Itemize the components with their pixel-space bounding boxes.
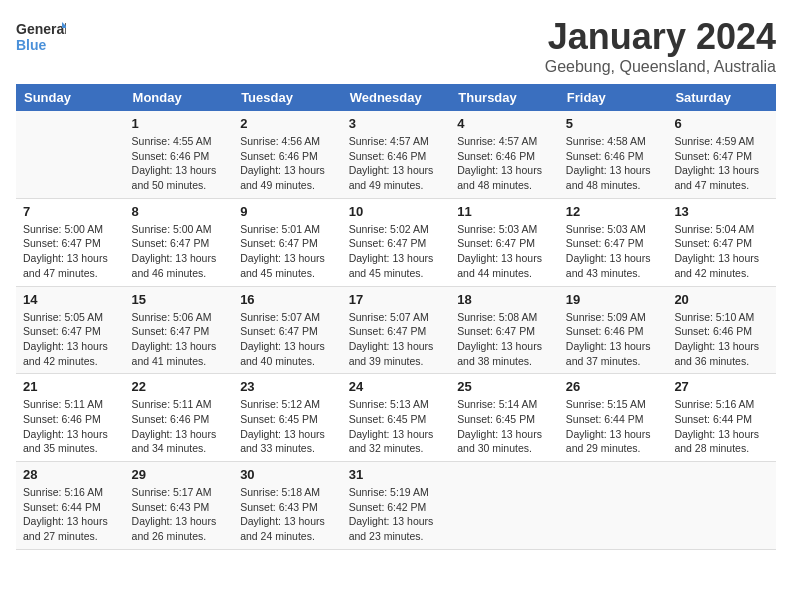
calendar-cell: 31Sunrise: 5:19 AMSunset: 6:42 PMDayligh… xyxy=(342,462,451,550)
day-info: Sunrise: 5:00 AMSunset: 6:47 PMDaylight:… xyxy=(23,222,118,281)
day-info: Sunrise: 5:18 AMSunset: 6:43 PMDaylight:… xyxy=(240,485,335,544)
calendar-cell: 18Sunrise: 5:08 AMSunset: 6:47 PMDayligh… xyxy=(450,286,559,374)
day-info: Sunrise: 5:05 AMSunset: 6:47 PMDaylight:… xyxy=(23,310,118,369)
day-number: 11 xyxy=(457,204,552,219)
day-info: Sunrise: 5:08 AMSunset: 6:47 PMDaylight:… xyxy=(457,310,552,369)
day-info: Sunrise: 5:15 AMSunset: 6:44 PMDaylight:… xyxy=(566,397,661,456)
day-info: Sunrise: 5:07 AMSunset: 6:47 PMDaylight:… xyxy=(240,310,335,369)
day-info: Sunrise: 5:11 AMSunset: 6:46 PMDaylight:… xyxy=(23,397,118,456)
calendar-cell: 28Sunrise: 5:16 AMSunset: 6:44 PMDayligh… xyxy=(16,462,125,550)
calendar-cell: 10Sunrise: 5:02 AMSunset: 6:47 PMDayligh… xyxy=(342,198,451,286)
calendar-cell: 9Sunrise: 5:01 AMSunset: 6:47 PMDaylight… xyxy=(233,198,342,286)
day-info: Sunrise: 5:13 AMSunset: 6:45 PMDaylight:… xyxy=(349,397,444,456)
day-info: Sunrise: 5:10 AMSunset: 6:46 PMDaylight:… xyxy=(674,310,769,369)
weekday-header: Thursday xyxy=(450,84,559,111)
day-number: 20 xyxy=(674,292,769,307)
location-subtitle: Geebung, Queensland, Australia xyxy=(545,58,776,76)
day-number: 27 xyxy=(674,379,769,394)
day-info: Sunrise: 4:58 AMSunset: 6:46 PMDaylight:… xyxy=(566,134,661,193)
calendar-cell: 24Sunrise: 5:13 AMSunset: 6:45 PMDayligh… xyxy=(342,374,451,462)
day-number: 17 xyxy=(349,292,444,307)
calendar-cell: 1Sunrise: 4:55 AMSunset: 6:46 PMDaylight… xyxy=(125,111,234,198)
month-title: January 2024 xyxy=(545,16,776,58)
calendar-cell: 17Sunrise: 5:07 AMSunset: 6:47 PMDayligh… xyxy=(342,286,451,374)
day-info: Sunrise: 4:59 AMSunset: 6:47 PMDaylight:… xyxy=(674,134,769,193)
weekday-header: Monday xyxy=(125,84,234,111)
day-number: 5 xyxy=(566,116,661,131)
calendar-cell: 19Sunrise: 5:09 AMSunset: 6:46 PMDayligh… xyxy=(559,286,668,374)
calendar-cell: 5Sunrise: 4:58 AMSunset: 6:46 PMDaylight… xyxy=(559,111,668,198)
calendar-cell: 21Sunrise: 5:11 AMSunset: 6:46 PMDayligh… xyxy=(16,374,125,462)
calendar-cell: 23Sunrise: 5:12 AMSunset: 6:45 PMDayligh… xyxy=(233,374,342,462)
calendar-cell: 13Sunrise: 5:04 AMSunset: 6:47 PMDayligh… xyxy=(667,198,776,286)
day-number: 24 xyxy=(349,379,444,394)
day-info: Sunrise: 5:17 AMSunset: 6:43 PMDaylight:… xyxy=(132,485,227,544)
logo: General Blue xyxy=(16,16,66,56)
svg-text:Blue: Blue xyxy=(16,37,47,53)
calendar-cell xyxy=(450,462,559,550)
title-block: January 2024 Geebung, Queensland, Austra… xyxy=(545,16,776,76)
svg-text:General: General xyxy=(16,21,66,37)
day-number: 15 xyxy=(132,292,227,307)
day-number: 8 xyxy=(132,204,227,219)
calendar-cell: 7Sunrise: 5:00 AMSunset: 6:47 PMDaylight… xyxy=(16,198,125,286)
day-number: 18 xyxy=(457,292,552,307)
day-number: 21 xyxy=(23,379,118,394)
day-info: Sunrise: 5:01 AMSunset: 6:47 PMDaylight:… xyxy=(240,222,335,281)
calendar-cell: 25Sunrise: 5:14 AMSunset: 6:45 PMDayligh… xyxy=(450,374,559,462)
calendar-week-row: 1Sunrise: 4:55 AMSunset: 6:46 PMDaylight… xyxy=(16,111,776,198)
day-number: 12 xyxy=(566,204,661,219)
calendar-cell: 4Sunrise: 4:57 AMSunset: 6:46 PMDaylight… xyxy=(450,111,559,198)
calendar-table: SundayMondayTuesdayWednesdayThursdayFrid… xyxy=(16,84,776,550)
day-number: 29 xyxy=(132,467,227,482)
day-number: 30 xyxy=(240,467,335,482)
weekday-header: Sunday xyxy=(16,84,125,111)
calendar-cell: 30Sunrise: 5:18 AMSunset: 6:43 PMDayligh… xyxy=(233,462,342,550)
weekday-header: Friday xyxy=(559,84,668,111)
weekday-header: Wednesday xyxy=(342,84,451,111)
calendar-cell: 16Sunrise: 5:07 AMSunset: 6:47 PMDayligh… xyxy=(233,286,342,374)
day-info: Sunrise: 5:00 AMSunset: 6:47 PMDaylight:… xyxy=(132,222,227,281)
day-number: 14 xyxy=(23,292,118,307)
calendar-cell: 27Sunrise: 5:16 AMSunset: 6:44 PMDayligh… xyxy=(667,374,776,462)
day-info: Sunrise: 5:02 AMSunset: 6:47 PMDaylight:… xyxy=(349,222,444,281)
day-number: 6 xyxy=(674,116,769,131)
day-info: Sunrise: 5:14 AMSunset: 6:45 PMDaylight:… xyxy=(457,397,552,456)
day-number: 13 xyxy=(674,204,769,219)
calendar-cell: 20Sunrise: 5:10 AMSunset: 6:46 PMDayligh… xyxy=(667,286,776,374)
day-info: Sunrise: 5:03 AMSunset: 6:47 PMDaylight:… xyxy=(457,222,552,281)
calendar-cell: 12Sunrise: 5:03 AMSunset: 6:47 PMDayligh… xyxy=(559,198,668,286)
day-info: Sunrise: 5:03 AMSunset: 6:47 PMDaylight:… xyxy=(566,222,661,281)
day-number: 31 xyxy=(349,467,444,482)
day-info: Sunrise: 4:56 AMSunset: 6:46 PMDaylight:… xyxy=(240,134,335,193)
calendar-cell xyxy=(667,462,776,550)
calendar-cell: 3Sunrise: 4:57 AMSunset: 6:46 PMDaylight… xyxy=(342,111,451,198)
day-number: 16 xyxy=(240,292,335,307)
logo-svg: General Blue xyxy=(16,16,66,56)
day-number: 22 xyxy=(132,379,227,394)
day-info: Sunrise: 4:55 AMSunset: 6:46 PMDaylight:… xyxy=(132,134,227,193)
day-number: 7 xyxy=(23,204,118,219)
weekday-header: Tuesday xyxy=(233,84,342,111)
calendar-cell: 6Sunrise: 4:59 AMSunset: 6:47 PMDaylight… xyxy=(667,111,776,198)
day-number: 25 xyxy=(457,379,552,394)
weekday-header-row: SundayMondayTuesdayWednesdayThursdayFrid… xyxy=(16,84,776,111)
day-info: Sunrise: 5:07 AMSunset: 6:47 PMDaylight:… xyxy=(349,310,444,369)
day-info: Sunrise: 5:12 AMSunset: 6:45 PMDaylight:… xyxy=(240,397,335,456)
day-number: 23 xyxy=(240,379,335,394)
day-info: Sunrise: 5:16 AMSunset: 6:44 PMDaylight:… xyxy=(23,485,118,544)
calendar-week-row: 21Sunrise: 5:11 AMSunset: 6:46 PMDayligh… xyxy=(16,374,776,462)
page-header: General Blue January 2024 Geebung, Queen… xyxy=(16,16,776,76)
day-number: 26 xyxy=(566,379,661,394)
calendar-cell: 8Sunrise: 5:00 AMSunset: 6:47 PMDaylight… xyxy=(125,198,234,286)
calendar-cell xyxy=(559,462,668,550)
day-number: 19 xyxy=(566,292,661,307)
calendar-cell: 15Sunrise: 5:06 AMSunset: 6:47 PMDayligh… xyxy=(125,286,234,374)
calendar-week-row: 7Sunrise: 5:00 AMSunset: 6:47 PMDaylight… xyxy=(16,198,776,286)
day-number: 2 xyxy=(240,116,335,131)
calendar-cell: 22Sunrise: 5:11 AMSunset: 6:46 PMDayligh… xyxy=(125,374,234,462)
calendar-cell: 26Sunrise: 5:15 AMSunset: 6:44 PMDayligh… xyxy=(559,374,668,462)
day-info: Sunrise: 4:57 AMSunset: 6:46 PMDaylight:… xyxy=(349,134,444,193)
day-info: Sunrise: 5:06 AMSunset: 6:47 PMDaylight:… xyxy=(132,310,227,369)
day-info: Sunrise: 5:09 AMSunset: 6:46 PMDaylight:… xyxy=(566,310,661,369)
